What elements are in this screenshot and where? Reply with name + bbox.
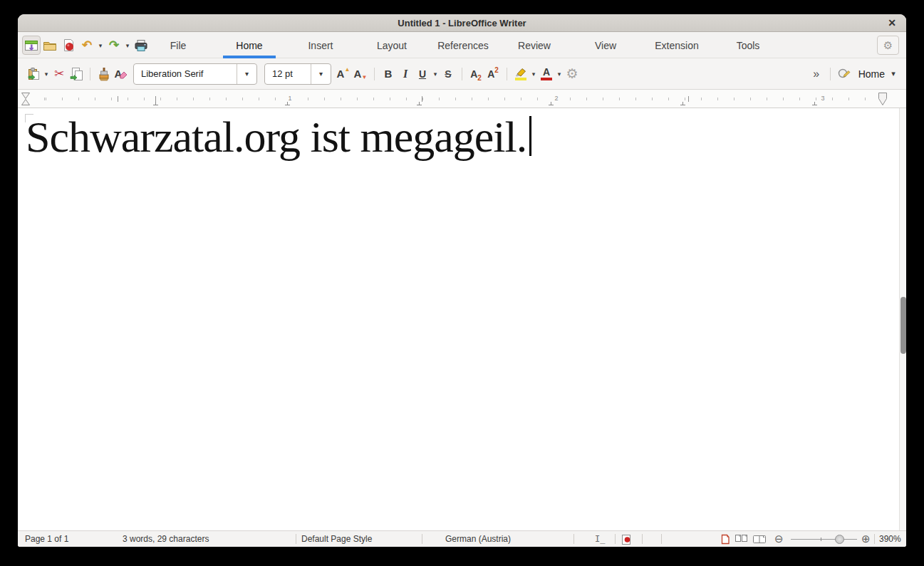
undo-icon: ↶ bbox=[82, 39, 92, 52]
scrollbar-thumb[interactable] bbox=[900, 297, 906, 354]
font-size-dropdown[interactable]: ▾ bbox=[311, 64, 331, 84]
highlight-color-dropdown[interactable]: ▾ bbox=[529, 70, 538, 78]
new-document-button[interactable] bbox=[22, 36, 41, 55]
tab-home[interactable]: Home bbox=[214, 32, 285, 58]
status-separator bbox=[422, 534, 422, 544]
open-folder-icon bbox=[43, 39, 57, 51]
page-style-status[interactable]: Default Page Style bbox=[301, 531, 372, 547]
zoom-slider-center-notch bbox=[821, 538, 821, 541]
status-separator bbox=[615, 534, 616, 544]
save-button[interactable] bbox=[59, 36, 78, 55]
tab-tools[interactable]: Tools bbox=[712, 32, 784, 58]
tab-stop-marker[interactable] bbox=[153, 102, 158, 105]
customize-button[interactable] bbox=[836, 64, 853, 84]
font-name-combobox[interactable]: Liberation Serif ▾ bbox=[133, 63, 257, 85]
font-color-bar bbox=[541, 78, 552, 80]
page-number-status[interactable]: Page 1 of 1 bbox=[25, 531, 68, 547]
toolbar-separator bbox=[830, 68, 831, 80]
language-status[interactable]: German (Austria) bbox=[445, 531, 511, 547]
toolbar-target-dropdown[interactable]: ▾ bbox=[889, 69, 898, 78]
document-canvas[interactable]: Schwarzatal.org ist megageil. bbox=[18, 108, 906, 530]
copy-icon bbox=[70, 67, 83, 81]
paste-dropdown[interactable]: ▾ bbox=[42, 70, 51, 78]
ribbon-tabs: File Home Insert Layout References Revie… bbox=[142, 32, 784, 58]
font-color-button[interactable]: A bbox=[538, 64, 555, 84]
single-page-view-button[interactable] bbox=[721, 534, 730, 547]
font-name-dropdown[interactable]: ▾ bbox=[237, 64, 256, 84]
underline-dropdown[interactable]: ▾ bbox=[431, 70, 440, 78]
status-separator bbox=[874, 534, 875, 544]
redo-button[interactable]: ↷ bbox=[105, 36, 123, 55]
highlight-color-bar bbox=[515, 78, 526, 80]
tab-references[interactable]: References bbox=[427, 32, 499, 58]
document-text-line[interactable]: Schwarzatal.org ist megageil. bbox=[26, 112, 531, 161]
tab-layout[interactable]: Layout bbox=[356, 32, 427, 58]
zoom-slider[interactable] bbox=[791, 539, 857, 540]
tab-stop-marker[interactable] bbox=[680, 102, 685, 105]
zoom-in-button[interactable]: ⊕ bbox=[861, 531, 871, 547]
increase-font-size-button[interactable]: A ▲ bbox=[335, 64, 352, 84]
customize-icon bbox=[837, 67, 851, 81]
left-indent-marker[interactable] bbox=[21, 92, 31, 106]
paste-icon bbox=[27, 67, 41, 81]
horizontal-ruler[interactable]: 1 2 3 bbox=[18, 90, 906, 108]
tab-stop-marker[interactable] bbox=[812, 102, 817, 105]
strikethrough-button[interactable]: S bbox=[440, 64, 457, 84]
book-view-button[interactable] bbox=[752, 534, 767, 547]
subscript-letter: A bbox=[470, 68, 477, 80]
cut-button[interactable]: ✂ bbox=[51, 64, 68, 84]
menubar-settings-button[interactable]: ⚙ bbox=[877, 36, 899, 55]
zoom-out-button[interactable]: ⊖ bbox=[774, 531, 784, 547]
eraser-icon bbox=[119, 69, 128, 79]
right-indent-marker[interactable] bbox=[878, 92, 888, 106]
undo-button[interactable]: ↶ bbox=[78, 36, 96, 55]
window-title: Untitled 1 - LibreOffice Writer bbox=[398, 18, 526, 28]
tab-stop-marker[interactable] bbox=[549, 102, 554, 105]
subscript-button[interactable]: A 2 bbox=[467, 64, 484, 84]
document-modified-icon[interactable] bbox=[621, 534, 631, 547]
font-color-letter: A bbox=[543, 67, 550, 77]
toolbar-overflow-button[interactable]: » bbox=[808, 64, 825, 84]
underline-button[interactable]: U bbox=[414, 64, 431, 84]
redo-dropdown[interactable]: ▾ bbox=[123, 42, 132, 49]
vertical-scrollbar[interactable] bbox=[899, 108, 906, 530]
superscript-button[interactable]: A 2 bbox=[484, 64, 502, 84]
tab-stop-marker[interactable] bbox=[417, 102, 422, 105]
tab-extension[interactable]: Extension bbox=[641, 32, 712, 58]
gear-icon: ⚙ bbox=[883, 39, 893, 52]
tab-review[interactable]: Review bbox=[499, 32, 570, 58]
copy-button[interactable] bbox=[68, 64, 85, 84]
clear-formatting-button[interactable]: A bbox=[113, 64, 130, 84]
zoom-level-status[interactable]: 390% bbox=[879, 531, 901, 547]
decrease-font-size-button[interactable]: A ▼ bbox=[352, 64, 369, 84]
bold-button[interactable]: B bbox=[380, 64, 397, 84]
tab-view[interactable]: View bbox=[570, 32, 641, 58]
highlight-color-button[interactable] bbox=[512, 64, 529, 84]
close-icon[interactable]: ✕ bbox=[885, 16, 899, 30]
toolbar-separator bbox=[462, 68, 462, 80]
undo-dropdown[interactable]: ▾ bbox=[96, 42, 105, 49]
word-count-status[interactable]: 3 words, 29 characters bbox=[123, 531, 209, 547]
redo-icon: ↷ bbox=[109, 39, 119, 52]
zoom-slider-knob[interactable] bbox=[835, 535, 844, 544]
font-size-value[interactable]: 12 pt bbox=[265, 68, 311, 79]
status-separator bbox=[642, 534, 643, 544]
chevron-down-icon: ▾ bbox=[319, 70, 323, 78]
font-size-combobox[interactable]: 12 pt ▾ bbox=[264, 63, 331, 85]
clone-formatting-button[interactable] bbox=[95, 64, 113, 84]
tab-insert[interactable]: Insert bbox=[285, 32, 356, 58]
font-name-value[interactable]: Liberation Serif bbox=[134, 68, 237, 79]
toolbar-separator bbox=[90, 68, 90, 80]
tab-stop-marker[interactable] bbox=[285, 102, 290, 105]
open-button[interactable] bbox=[41, 36, 59, 55]
tab-file[interactable]: File bbox=[142, 32, 214, 58]
document-text[interactable]: Schwarzatal.org ist megageil. bbox=[26, 112, 526, 161]
titlebar[interactable]: Untitled 1 - LibreOffice Writer ✕ bbox=[18, 14, 906, 32]
font-color-dropdown[interactable]: ▾ bbox=[555, 70, 564, 78]
italic-button[interactable]: I bbox=[397, 64, 414, 84]
character-dialog-button[interactable]: ⚙ bbox=[564, 64, 581, 84]
multi-page-view-button[interactable] bbox=[734, 534, 749, 547]
paste-button[interactable] bbox=[25, 64, 42, 84]
selection-mode-icon[interactable]: I_ bbox=[595, 531, 605, 547]
toolbar-target-selector[interactable]: Home bbox=[858, 68, 885, 80]
